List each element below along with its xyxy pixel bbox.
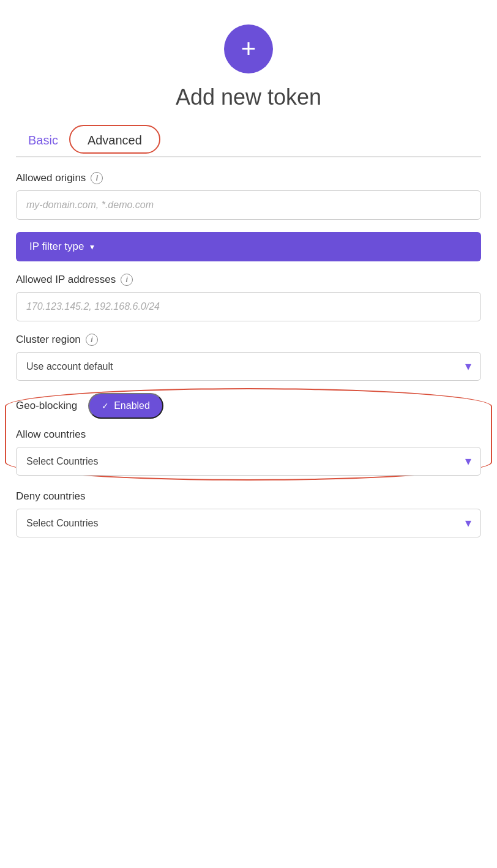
allowed-ip-input[interactable]: [16, 292, 481, 321]
cluster-region-info-icon[interactable]: i: [86, 334, 98, 346]
tabs-row: Basic Advanced: [16, 129, 481, 156]
enabled-label: Enabled: [114, 400, 150, 411]
deny-countries-select-container: Select Countries ▾: [16, 509, 481, 537]
deny-countries-section: Deny countries Select Countries ▾: [16, 490, 481, 537]
allowed-ip-section: Allowed IP addresses i: [16, 274, 481, 321]
cluster-region-section: Cluster region i Use account default US …: [16, 334, 481, 381]
allow-countries-select-container: Select Countries ▾: [16, 447, 481, 476]
geo-blocking-row: Geo-blocking ✓ Enabled: [16, 393, 481, 419]
cluster-region-select[interactable]: Use account default US East US West EU W…: [16, 352, 481, 381]
tab-basic[interactable]: Basic: [16, 129, 70, 156]
tabs-divider: [16, 156, 481, 157]
ip-filter-type-button[interactable]: IP filter type ▾: [16, 232, 481, 261]
geo-blocking-label: Geo-blocking: [16, 400, 77, 412]
add-token-icon: +: [224, 24, 273, 73]
ip-filter-chevron-icon: ▾: [90, 242, 94, 252]
ip-filter-type-label: IP filter type: [29, 241, 84, 253]
cluster-region-label: Cluster region i: [16, 334, 481, 346]
deny-countries-label: Deny countries: [16, 490, 481, 503]
plus-icon: +: [241, 36, 256, 62]
allowed-origins-label: Allowed origins i: [16, 172, 481, 184]
allow-countries-select[interactable]: Select Countries: [16, 447, 481, 476]
geo-blocking-enabled-button[interactable]: ✓ Enabled: [88, 393, 163, 419]
enabled-check-icon: ✓: [102, 401, 109, 411]
tabs-container: Basic Advanced Allowed origins i IP filt…: [16, 129, 481, 537]
allow-countries-section: Allow countries Select Countries ▾: [16, 428, 481, 476]
allowed-ip-label: Allowed IP addresses i: [16, 274, 481, 286]
allow-countries-label: Allow countries: [16, 428, 481, 441]
allowed-origins-input[interactable]: [16, 190, 481, 220]
deny-countries-select[interactable]: Select Countries: [16, 509, 481, 537]
allowed-ip-info-icon[interactable]: i: [121, 274, 133, 286]
allowed-origins-info-icon[interactable]: i: [91, 172, 103, 184]
cluster-region-select-container: Use account default US East US West EU W…: [16, 352, 481, 381]
tab-advanced[interactable]: Advanced: [70, 129, 159, 156]
page-title: Add new token: [176, 84, 321, 110]
allowed-origins-section: Allowed origins i: [16, 172, 481, 220]
